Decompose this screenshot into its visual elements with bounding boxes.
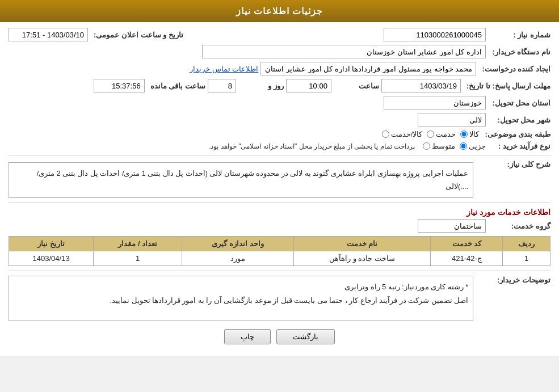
cell-name: ساخت جاده و راهآهن [293, 251, 430, 266]
row-purchase-type: نوع فرآیند خرید : متوسط جزیی پرداخت تمام… [9, 142, 550, 150]
category-label: طبقه بندی موضوعی: [481, 130, 550, 138]
row-city: شهر محل تحویل: [9, 113, 550, 127]
page-title: جزئیات اطلاعات نیاز [0, 0, 559, 22]
category-radio-kala-khadamat[interactable]: کالا/خدمت [382, 130, 423, 138]
purchase-type-motavaset[interactable]: متوسط [423, 142, 455, 150]
deadline-date-input [381, 79, 461, 92]
col-header-code: کد خدمت [431, 237, 503, 251]
description-label: شرح کلی نیاز: [477, 160, 550, 168]
col-header-qty: تعداد / مقدار [94, 237, 182, 251]
divider-3 [9, 271, 550, 271]
back-button[interactable]: بازگشت [276, 329, 335, 344]
row-service-group: گروه خدمت: [9, 219, 550, 233]
deadline-days-input [208, 79, 236, 92]
cell-code: ج-42-421 [431, 251, 503, 266]
announce-label: تاریخ و ساعت اعلان عمومی: [90, 31, 183, 39]
response-deadline-label: مهلت ارسال پاسخ: تا تاریخ: [463, 82, 550, 90]
purchase-type-radio-group: متوسط جزیی [423, 142, 486, 150]
deadline-day-label: روز و [238, 82, 284, 90]
city-label: شهر محل تحویل: [488, 116, 550, 124]
row-deadline: مهلت ارسال پاسخ: تا تاریخ: ساعت روز و سا… [9, 79, 550, 92]
row-creator: ایجاد کننده درخواست: اطلاعات تماس خریدار [9, 62, 550, 75]
row-description: شرح کلی نیاز: عملیات اجرایی پروژه بهسازی… [9, 160, 550, 198]
cell-qty: 1 [94, 251, 182, 266]
buyer-org-label: نام دستگاه خریدار: [488, 48, 550, 56]
divider-1 [9, 155, 550, 155]
divider-2 [9, 203, 550, 203]
creator-label: ایجاد کننده درخواست: [478, 65, 550, 73]
purchase-note: پرداخت تمام یا بخشی از مبلغ خریدار محل "… [209, 142, 415, 150]
col-header-name: نام خدمت [293, 237, 430, 251]
buyer-notes-label: توضیحات خریدار: [477, 276, 550, 284]
purchase-type-label: نوع فرآیند خرید : [488, 142, 550, 150]
table-row: 1 ج-42-421 ساخت جاده و راهآهن مورد 1 140… [9, 251, 550, 266]
need-number-input[interactable] [384, 28, 486, 41]
cell-unit: مورد [182, 251, 294, 266]
row-buyer-notes: توضیحات خریدار: * رشته کاری موردنیاز: رت… [9, 276, 550, 321]
announce-input[interactable] [9, 28, 88, 41]
deadline-remaining-input [94, 79, 145, 92]
cell-date: 1403/04/13 [9, 251, 94, 266]
table-header-row: ردیف کد خدمت نام خدمت واحد اندازه گیری ت… [9, 237, 550, 251]
deadline-remaining-label: ساعت باقی مانده [147, 82, 205, 90]
creator-link[interactable]: اطلاعات تماس خریدار [190, 65, 258, 73]
row-need-number: شماره نیاز : تاریخ و ساعت اعلان عمومی: [9, 28, 550, 41]
print-button[interactable]: چاپ [224, 329, 271, 344]
category-radio-khadamat[interactable]: خدمت [427, 130, 456, 138]
col-header-date: تاریخ نیاز [9, 237, 94, 251]
services-section-title: اطلاعات خدمات مورد نیاز [9, 208, 550, 217]
description-text: عملیات اجرایی پروژه بهسازی ابلراه عشایری… [9, 162, 473, 198]
buyer-org-input [202, 45, 486, 58]
province-label: استان محل تحویل: [488, 99, 550, 107]
creator-input [260, 62, 476, 75]
purchase-type-jozi[interactable]: جزیی [460, 142, 486, 150]
page-wrapper: جزئیات اطلاعات نیاز شماره نیاز : تاریخ و… [0, 0, 559, 356]
category-radio-group: کالا/خدمت خدمت کالا [382, 130, 480, 138]
need-number-label: شماره نیاز : [488, 31, 550, 39]
col-header-unit: واحد اندازه گیری [182, 237, 294, 251]
deadline-time-label: ساعت [334, 82, 379, 90]
category-radio-kala[interactable]: کالا [460, 130, 479, 138]
row-category: طبقه بندی موضوعی: کالا/خدمت خدمت کالا [9, 130, 550, 138]
service-group-label: گروه خدمت: [488, 222, 550, 230]
main-content: شماره نیاز : تاریخ و ساعت اعلان عمومی: ن… [0, 22, 559, 356]
deadline-time-input [286, 79, 331, 92]
city-input [418, 113, 486, 127]
province-input [384, 96, 486, 109]
row-buyer-org: نام دستگاه خریدار: [9, 45, 550, 58]
service-group-input [418, 219, 486, 233]
buyer-notes-text: * رشته کاری موردنیاز: رتبه 5 راه وترابری… [9, 276, 473, 321]
cell-row-num: 1 [503, 251, 550, 266]
button-row: بازگشت چاپ [9, 329, 550, 344]
col-header-row: ردیف [503, 237, 550, 251]
row-province: استان محل تحویل: [9, 96, 550, 109]
services-table: ردیف کد خدمت نام خدمت واحد اندازه گیری ت… [9, 236, 550, 266]
